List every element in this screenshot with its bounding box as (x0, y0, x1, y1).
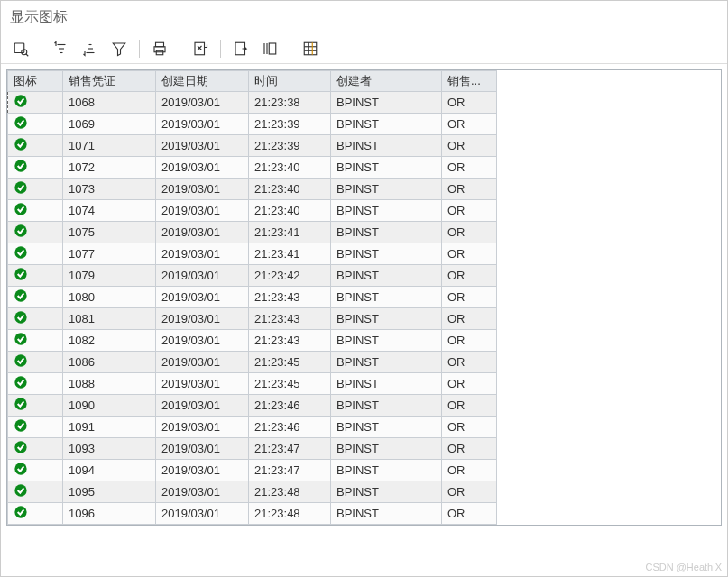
cell-doc: 1086 (63, 352, 156, 373)
watermark: CSDN @HeathlX (645, 562, 722, 572)
svg-point-36 (14, 333, 26, 344)
cell-type: OR (442, 287, 497, 308)
grid-settings-icon[interactable] (301, 40, 319, 58)
cell-type: OR (442, 438, 497, 460)
status-ok-icon (8, 373, 63, 395)
cell-doc: 1080 (63, 287, 156, 308)
table-row[interactable]: 10722019/03/0121:23:40BPINSTOR (8, 157, 497, 179)
status-ok-icon (8, 114, 63, 135)
cell-type: OR (442, 114, 497, 135)
col-sales-doc[interactable]: 销售凭证 (63, 71, 156, 92)
cell-doc: 1072 (63, 157, 156, 179)
table-row[interactable]: 10862019/03/0121:23:45BPINSTOR (8, 352, 497, 373)
separator (41, 40, 41, 58)
cell-date: 2019/03/01 (156, 135, 249, 157)
status-ok-icon (8, 157, 63, 179)
result-table[interactable]: 图标 销售凭证 创建日期 时间 创建者 销售... 10682019/03/01… (6, 69, 722, 526)
status-ok-icon (8, 287, 63, 308)
table-row[interactable]: 10932019/03/0121:23:47BPINSTOR (8, 438, 497, 460)
cell-time: 21:23:41 (249, 222, 331, 243)
table-row[interactable]: 10712019/03/0121:23:39BPINSTOR (8, 135, 497, 157)
cell-time: 21:23:48 (249, 503, 331, 525)
svg-point-29 (14, 181, 26, 193)
table-row[interactable]: 10792019/03/0121:23:42BPINSTOR (8, 265, 497, 287)
cell-type: OR (442, 373, 497, 395)
svg-point-31 (14, 224, 26, 236)
table-row[interactable]: 10752019/03/0121:23:41BPINSTOR (8, 222, 497, 243)
cell-time: 21:23:47 (249, 438, 331, 460)
svg-rect-19 (269, 43, 276, 54)
cell-doc: 1079 (63, 265, 156, 287)
table-row[interactable]: 10742019/03/0121:23:40BPINSTOR (8, 200, 497, 222)
table-row[interactable]: 10962019/03/0121:23:48BPINSTOR (8, 503, 497, 525)
table-row[interactable]: 10942019/03/0121:23:47BPINSTOR (8, 460, 497, 481)
cell-time: 21:23:46 (249, 417, 331, 438)
table-row[interactable]: 10732019/03/0121:23:40BPINSTOR (8, 179, 497, 200)
separator (290, 40, 290, 58)
export-file-icon[interactable] (232, 40, 250, 58)
sort-asc-icon[interactable] (52, 40, 70, 58)
cell-creator: BPINST (331, 481, 442, 503)
cell-type: OR (442, 135, 497, 157)
cell-creator: BPINST (331, 417, 442, 438)
svg-rect-0 (14, 43, 24, 53)
cell-type: OR (442, 330, 497, 352)
cell-date: 2019/03/01 (156, 352, 249, 373)
cell-creator: BPINST (331, 114, 442, 135)
table-row[interactable]: 10902019/03/0121:23:46BPINSTOR (8, 395, 497, 417)
table-row[interactable]: 10812019/03/0121:23:43BPINSTOR (8, 308, 497, 330)
table-row[interactable]: 10772019/03/0121:23:41BPINSTOR (8, 243, 497, 265)
detail-icon[interactable] (12, 40, 30, 58)
cell-time: 21:23:48 (249, 481, 331, 503)
cell-creator: BPINST (331, 287, 442, 308)
table-row[interactable]: 10882019/03/0121:23:45BPINSTOR (8, 373, 497, 395)
status-ok-icon (8, 222, 63, 243)
status-ok-icon (8, 179, 63, 200)
table-header-row[interactable]: 图标 销售凭证 创建日期 时间 创建者 销售... (8, 71, 497, 92)
col-time[interactable]: 时间 (249, 71, 331, 92)
cell-date: 2019/03/01 (156, 179, 249, 200)
table-row[interactable]: 10682019/03/0121:23:38BPINSTOR (8, 92, 497, 114)
status-ok-icon (8, 503, 63, 525)
cell-date: 2019/03/01 (156, 222, 249, 243)
cell-creator: BPINST (331, 352, 442, 373)
cell-type: OR (442, 157, 497, 179)
status-ok-icon (8, 308, 63, 330)
layout-icon[interactable] (261, 40, 279, 58)
svg-point-32 (14, 246, 26, 258)
table-row[interactable]: 10692019/03/0121:23:39BPINSTOR (8, 114, 497, 135)
col-creator[interactable]: 创建者 (331, 71, 442, 92)
svg-point-41 (14, 441, 26, 453)
cell-creator: BPINST (331, 373, 442, 395)
svg-rect-12 (156, 50, 163, 55)
svg-point-44 (14, 506, 26, 517)
cell-time: 21:23:46 (249, 395, 331, 417)
status-ok-icon (8, 92, 63, 114)
col-date[interactable]: 创建日期 (156, 71, 249, 92)
cell-creator: BPINST (331, 438, 442, 460)
status-ok-icon (8, 417, 63, 438)
export-excel-icon[interactable] (191, 40, 209, 58)
table-row[interactable]: 10952019/03/0121:23:48BPINSTOR (8, 481, 497, 503)
col-icon[interactable]: 图标 (8, 71, 63, 92)
svg-marker-9 (113, 43, 125, 56)
cell-type: OR (442, 92, 497, 114)
col-sales-type[interactable]: 销售... (442, 71, 497, 92)
cell-type: OR (442, 417, 497, 438)
svg-point-26 (14, 116, 26, 128)
print-icon[interactable] (151, 40, 169, 58)
table-row[interactable]: 10802019/03/0121:23:43BPINSTOR (8, 287, 497, 308)
cell-creator: BPINST (331, 330, 442, 352)
cell-type: OR (442, 460, 497, 481)
sort-desc-icon[interactable] (81, 40, 99, 58)
table-row[interactable]: 10912019/03/0121:23:46BPINSTOR (8, 417, 497, 438)
cell-doc: 1071 (63, 135, 156, 157)
page-title: 显示图标 (1, 1, 727, 34)
cell-doc: 1074 (63, 200, 156, 222)
cell-type: OR (442, 352, 497, 373)
cell-date: 2019/03/01 (156, 243, 249, 265)
table-row[interactable]: 10822019/03/0121:23:43BPINSTOR (8, 330, 497, 352)
filter-icon[interactable] (110, 40, 128, 58)
separator (180, 40, 180, 58)
cell-doc: 1091 (63, 417, 156, 438)
